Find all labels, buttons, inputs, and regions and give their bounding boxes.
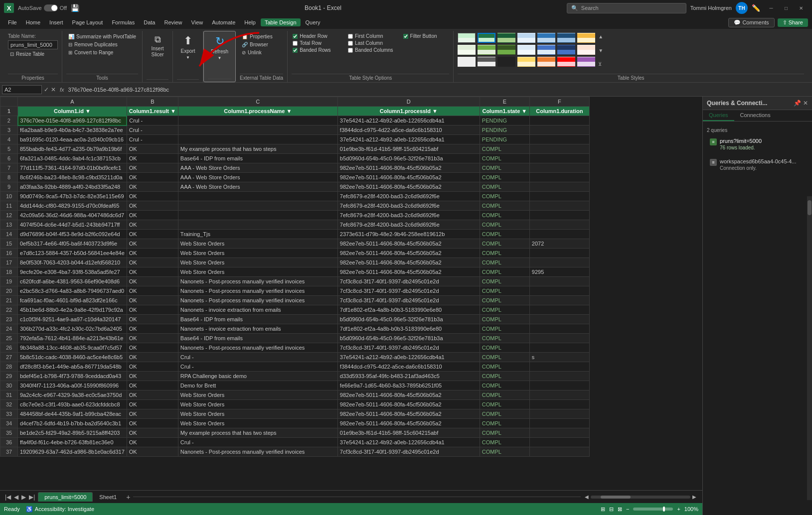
- cell-D36[interactable]: 37e54241-a212-4b92-a0eb-122656cdb4a1: [337, 438, 480, 447]
- row-header-20[interactable]: 20: [0, 286, 18, 296]
- cell-A36[interactable]: ffa4f0d-f61c-4ebe-b726-63fb81ec36e0: [18, 438, 127, 447]
- row-header-31[interactable]: 31: [0, 390, 18, 400]
- sheet-nav-first[interactable]: |◀: [4, 494, 12, 501]
- row-header-35[interactable]: 35: [0, 428, 18, 438]
- cell-F10[interactable]: [529, 192, 589, 201]
- cell-F14[interactable]: [529, 230, 589, 239]
- cell-C26[interactable]: Nanonets - Post-process manually verifie…: [178, 343, 337, 353]
- cell-D22[interactable]: 7df1e802-ef2a-4a8b-b0b3-5183990e6e80: [337, 305, 480, 315]
- cell-C30[interactable]: Demo for Brett: [178, 381, 337, 390]
- cell-C27[interactable]: Crul -: [178, 353, 337, 362]
- styles-scroll-up[interactable]: ▲: [598, 34, 603, 39]
- maximize-button[interactable]: □: [779, 3, 793, 13]
- cell-B12[interactable]: OK: [127, 211, 178, 220]
- cell-E19[interactable]: COMPL: [480, 277, 529, 286]
- cell-D34[interactable]: 982ee7eb-5011-4606-80fa-45cf506b05a2: [337, 419, 480, 428]
- cell-B8[interactable]: OK: [127, 173, 178, 182]
- cell-C16[interactable]: Web Store Orders: [178, 249, 337, 258]
- sheet-nav-last[interactable]: ▶|: [28, 494, 36, 501]
- cell-A25[interactable]: 792efa5a-7612-4b41-884e-a2213e43b61e: [18, 334, 127, 343]
- cell-B25[interactable]: OK: [127, 334, 178, 343]
- cell-D21[interactable]: 7cf3c8cd-3f17-40f1-9397-db2495c01e2d: [337, 296, 480, 305]
- cell-A11[interactable]: 4dd144dc-cf80-4829-9155-d70c0fdeaf65: [18, 201, 127, 211]
- cell-A13[interactable]: 4074f504-dc6e-44d7-b5d1-243bb94717ff: [18, 220, 127, 230]
- banded-columns-checkbox[interactable]: Banded Columns: [347, 47, 394, 53]
- cell-D19[interactable]: 7cf3c8cd-3f17-40f1-9397-db2495c01e2d: [337, 277, 480, 286]
- cell-D30[interactable]: fe66e9a7-1d65-4b60-8a33-7895b6251f05: [337, 381, 480, 390]
- properties-button[interactable]: 📋 Properties: [240, 33, 275, 40]
- cell-E13[interactable]: COMPL: [480, 220, 529, 230]
- search-box[interactable]: 🔍 Search: [567, 3, 686, 13]
- query-item-1[interactable]: ≡ pruns?limit=5000 76 rows loaded.: [707, 135, 808, 153]
- cell-F28[interactable]: [529, 362, 589, 372]
- cell-E34[interactable]: COMPL: [480, 419, 529, 428]
- row-header-14[interactable]: 14: [0, 230, 18, 239]
- cell-D9[interactable]: 982ee7eb-5011-4606-80fa-45cf506b05a2: [337, 182, 480, 192]
- cell-A6[interactable]: 6fa321a3-0485-4ddc-9ab4-fc1c387153cb: [18, 154, 127, 163]
- col-header-B[interactable]: B: [127, 97, 178, 107]
- menu-table-design[interactable]: Table Design: [261, 18, 301, 26]
- cell-F8[interactable]: [529, 173, 589, 182]
- cell-D37[interactable]: 7cf3c8cd-3f17-40f1-9397-db2495c01e2d: [337, 447, 480, 457]
- cell-A29[interactable]: bdef45e1-b798-4f73-9788-9ceddacd0a43: [18, 372, 127, 381]
- row-header-29[interactable]: 29: [0, 372, 18, 381]
- cell-B20[interactable]: OK: [127, 286, 178, 296]
- side-panel-pin-icon[interactable]: 📌: [794, 100, 801, 107]
- cell-B4[interactable]: Crul -: [127, 135, 178, 144]
- cell-E31[interactable]: COMPL: [480, 390, 529, 400]
- col-header-D[interactable]: D: [337, 97, 480, 107]
- col-header-processname[interactable]: Column1.processName ▼: [178, 107, 337, 116]
- menu-data[interactable]: Data: [140, 18, 159, 26]
- sheet-nav-next[interactable]: ▶: [20, 494, 27, 501]
- cell-D3[interactable]: f3844dcd-c975-4d22-a5ce-da6c6b158310: [337, 126, 480, 135]
- save-icon[interactable]: 💾: [71, 4, 79, 12]
- cell-C35[interactable]: My example process that has two steps: [178, 428, 337, 438]
- table-style-12[interactable]: [537, 45, 555, 55]
- cell-D2[interactable]: 37e54241-a212-4b92-a0eb-122656cdb4a1: [337, 116, 480, 126]
- cell-C33[interactable]: Web Store Orders: [178, 409, 337, 419]
- cell-B27[interactable]: OK: [127, 353, 178, 362]
- col-header-result[interactable]: Column1.result ▼: [127, 107, 178, 116]
- cell-C34[interactable]: Web Store Orders: [178, 419, 337, 428]
- cell-E30[interactable]: COMPL: [480, 381, 529, 390]
- cell-F26[interactable]: [529, 343, 589, 353]
- cell-B3[interactable]: Crul -: [127, 126, 178, 135]
- menu-query[interactable]: Query: [302, 18, 325, 26]
- row-header-6[interactable]: 6: [0, 154, 18, 163]
- cell-A22[interactable]: 45b1be6d-88b0-4e2a-9a8e-42f9d179c92a: [18, 305, 127, 315]
- cell-F30[interactable]: [529, 381, 589, 390]
- col-header-duration[interactable]: Column1.duration: [529, 107, 589, 116]
- row-header-21[interactable]: 21: [0, 296, 18, 305]
- cell-E33[interactable]: COMPL: [480, 409, 529, 419]
- cell-B29[interactable]: OK: [127, 372, 178, 381]
- query-item-2[interactable]: ≡ workspacesd6b65aa4-0c45-4... Connectio…: [707, 155, 808, 174]
- col-header-C[interactable]: C: [178, 97, 337, 107]
- cell-D33[interactable]: 982ee7eb-5011-4606-80fa-45cf506b05a2: [337, 409, 480, 419]
- cell-A17[interactable]: 8e0f530f-7063-4203-b044-d12efd568210: [18, 258, 127, 267]
- cell-F2[interactable]: [529, 116, 589, 126]
- cell-E23[interactable]: COMPL: [480, 315, 529, 324]
- cell-F24[interactable]: [529, 324, 589, 334]
- cell-E27[interactable]: COMPL: [480, 353, 529, 362]
- cell-E28[interactable]: COMPL: [480, 362, 529, 372]
- row-header-5[interactable]: 5: [0, 144, 18, 154]
- col-header-A[interactable]: A: [18, 97, 127, 107]
- row-header-18[interactable]: 18: [0, 267, 18, 277]
- cell-F5[interactable]: [529, 144, 589, 154]
- cell-F21[interactable]: [529, 296, 589, 305]
- cell-A37[interactable]: 19209629-63a7-462d-a986-8b1e0ac6d317: [18, 447, 127, 457]
- formula-check-icon[interactable]: ✓: [44, 86, 49, 93]
- cell-D12[interactable]: 7efc8679-e28f-4200-bad3-2c6d9d692f6e: [337, 211, 480, 220]
- comments-button[interactable]: 💬 Comments: [728, 18, 774, 27]
- cell-B18[interactable]: OK: [127, 267, 178, 277]
- cell-C18[interactable]: Web Store Orders: [178, 267, 337, 277]
- row-header-12[interactable]: 12: [0, 211, 18, 220]
- cell-E25[interactable]: COMPL: [480, 334, 529, 343]
- row-header-16[interactable]: 16: [0, 249, 18, 258]
- formula-cancel-icon[interactable]: ✕: [51, 86, 56, 93]
- cell-C5[interactable]: My example process that has two steps: [178, 144, 337, 154]
- refresh-button[interactable]: ↻ Refresh ▼: [208, 33, 231, 62]
- cell-F17[interactable]: [529, 258, 589, 267]
- cell-A23[interactable]: c1c0f3f4-9251-4ae9-aa97-c10d4a320147: [18, 315, 127, 324]
- table-style-4[interactable]: [517, 33, 535, 43]
